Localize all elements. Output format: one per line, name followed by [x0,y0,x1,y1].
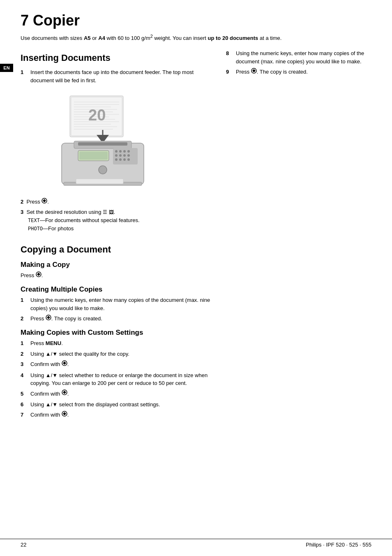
svg-rect-37 [76,179,123,184]
making-copy-section: Making a Copy Press . [21,261,218,280]
custom-step-4: 4 Using ▲/▼ select whether to reduce or … [21,371,218,387]
svg-rect-19 [78,142,127,146]
inserting-documents-title: Inserting Documents [21,53,218,63]
confirm-symbol-2 [42,198,47,206]
svg-marker-49 [63,412,66,415]
two-column-layout: Inserting Documents 1 Insert the documen… [21,49,371,422]
custom-step-3: 3 Confirm with . [21,360,218,368]
creating-multiple-title: Creating Multiple Copies [21,285,218,294]
custom-step-5: 5 Confirm with . [21,390,218,398]
svg-point-27 [115,154,118,157]
custom-settings-steps: 1 Press MENU. 2 Using ▲/▼ select the qua… [21,339,218,419]
svg-marker-47 [63,391,66,394]
intro-text: Use documents with sizes A5 or A4 with 6… [21,33,371,42]
copying-section: Copying a Document Making a Copy Press .… [21,244,218,419]
confirm-symbol-3 [62,360,67,368]
right-steps-list: 8 Using the numeric keys, enter how many… [226,49,371,76]
svg-point-23 [115,150,118,153]
svg-point-26 [127,150,130,153]
brand-model: Philips · IPF 520 · 525 · 555 [306,542,371,548]
custom-step-6: 6 Using ▲/▼ select from the displayed co… [21,401,218,409]
right-step-8: 8 Using the numeric keys, enter how many… [226,49,371,65]
svg-point-29 [123,154,126,157]
svg-marker-39 [43,199,46,202]
confirm-symbol-5 [62,389,67,398]
step-3-text: 3 Set the desired resolution using ☰ 🖼. … [21,208,218,233]
svg-point-28 [119,154,122,157]
confirm-symbol-9 [251,68,257,76]
creating-step-2: 2 Press . The copy is created. [21,315,218,323]
bottom-bar: 22 Philips · IPF 520 · 525 · 555 [0,539,392,548]
left-column: Inserting Documents 1 Insert the documen… [21,49,218,422]
page-number: 22 [21,542,26,548]
svg-marker-45 [63,361,66,365]
page: EN 7 Copier Use documents with sizes A5 … [0,0,392,556]
making-copy-title: Making a Copy [21,261,218,269]
confirm-symbol-creating [46,315,51,323]
confirm-symbol-7 [62,411,67,419]
making-copy-text: Press . [21,271,218,280]
custom-settings-title: Making Copies with Custom Settings [21,329,218,337]
custom-step-7: 7 Confirm with . [21,411,218,419]
custom-settings-section: Making Copies with Custom Settings 1 Pre… [21,329,218,419]
svg-point-24 [119,150,122,153]
custom-step-1: 1 Press MENU. [21,339,218,348]
inserting-steps-list: 1 Insert the documents face up into the … [21,68,218,84]
svg-marker-43 [47,316,50,319]
fax-machine-svg: 20 [41,94,164,188]
svg-point-32 [119,158,122,161]
fax-machine-illustration: 20 [33,92,173,190]
svg-rect-21 [79,152,108,160]
copying-document-title: Copying a Document [21,244,218,255]
step-2-text: 2 Press . [21,198,218,206]
svg-text:20: 20 [88,107,106,124]
page-title: 7 Copier [21,12,371,29]
svg-point-30 [127,154,130,157]
svg-point-25 [123,150,126,153]
step-1: 1 Insert the documents face up into the … [21,68,218,84]
creating-multiple-steps: 1 Using the numeric keys, enter how many… [21,296,218,323]
svg-point-35 [99,166,107,174]
en-tab: EN [0,64,13,72]
svg-marker-51 [252,69,256,72]
right-step-9: 9 Press . The copy is created. [226,68,371,76]
right-column: 8 Using the numeric keys, enter how many… [218,49,371,422]
svg-point-34 [127,158,130,161]
creating-step-1: 1 Using the numeric keys, enter how many… [21,296,218,312]
confirm-symbol-making-copy [36,271,42,280]
svg-point-31 [115,158,118,161]
creating-multiple-section: Creating Multiple Copies 1 Using the num… [21,285,218,323]
svg-point-33 [123,158,126,161]
custom-step-2: 2 Using ▲/▼ select the quality for the c… [21,350,218,358]
svg-marker-41 [37,273,40,276]
